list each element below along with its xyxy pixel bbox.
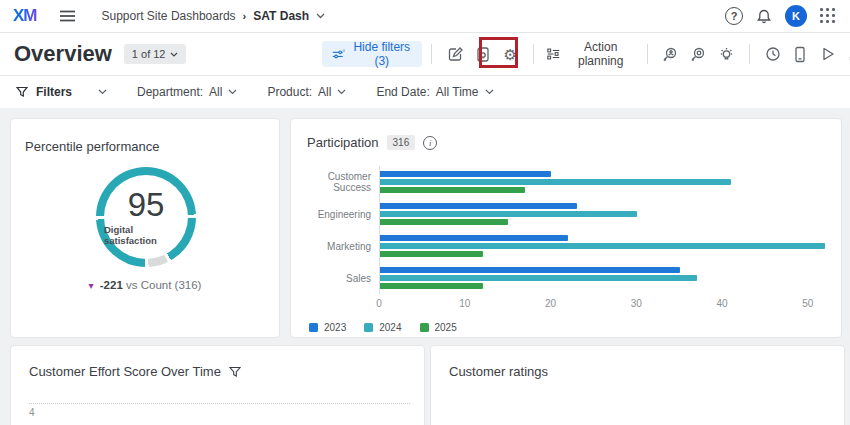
hide-filters-label: Hide filters (3) [351, 40, 412, 68]
y-tick-label: 4 [29, 407, 35, 418]
xm-logo: XM [13, 6, 37, 26]
sliders-icon: 0 [332, 48, 345, 60]
zoom-session-button[interactable] [688, 41, 710, 67]
filter-chip-end-date[interactable]: End Date: All Time [376, 85, 493, 99]
breadcrumb-current[interactable]: SAT Dash [253, 9, 309, 23]
bar-2023[interactable] [380, 171, 551, 177]
participation-card: Participation 316 i Customer SuccessEngi… [290, 118, 842, 338]
filter-chip-department[interactable]: Department: All [137, 85, 237, 99]
gear-icon: ⚙ [504, 47, 517, 62]
legend-item-2023[interactable]: 2023 [309, 322, 346, 333]
chevron-down-icon [485, 89, 494, 95]
toolbar-divider [647, 44, 648, 64]
chart-legend: 202320242025 [309, 322, 825, 333]
ideas-button[interactable] [715, 41, 737, 67]
toolbar-divider [431, 44, 432, 64]
chevron-down-icon [98, 89, 107, 95]
filter-label: Product: [267, 85, 312, 99]
action-planning-label: Action planning [567, 40, 634, 68]
gauge-value: 95 [128, 188, 165, 221]
delta-down-icon: ▾ [89, 280, 94, 291]
hide-filters-button[interactable]: 0 Hide filters (3) [322, 41, 422, 67]
filter-value: All Time [436, 85, 479, 99]
bar-2024[interactable] [380, 275, 697, 281]
page-header: Overview 1 of 12 0 Hide filters (3) ⚙ Ac… [0, 33, 850, 75]
filter-value: All [209, 85, 222, 99]
schedule-button[interactable] [762, 41, 784, 67]
help-icon[interactable]: ? [725, 7, 743, 25]
bar-2025[interactable] [380, 251, 483, 257]
x-tick-label: 30 [631, 298, 642, 309]
page-ideas-button[interactable] [472, 41, 494, 67]
action-planning-button[interactable]: Action planning [547, 40, 634, 68]
lightbulb-icon [719, 46, 734, 63]
action-planning-icon [547, 47, 560, 61]
settings-button[interactable]: ⚙ [500, 41, 522, 67]
bar-2023[interactable] [380, 267, 680, 273]
bar-2023[interactable] [380, 203, 577, 209]
x-tick-label: 0 [376, 298, 382, 309]
zoom-person-button[interactable] [660, 41, 682, 67]
bar-2025[interactable] [380, 283, 483, 289]
toolbar-divider [533, 44, 534, 64]
funnel-icon[interactable] [229, 366, 241, 378]
bar-2024[interactable] [380, 179, 731, 185]
ces-over-time-card: Customer Effort Score Over Time 4 [10, 345, 425, 425]
chevron-down-icon [170, 52, 178, 57]
clock-icon [765, 46, 781, 62]
filter-chip-product[interactable]: Product: All [267, 85, 346, 99]
hamburger-icon[interactable] [59, 9, 76, 23]
toolbar: 0 Hide filters (3) ⚙ Action planning [322, 33, 850, 75]
zoom-person-icon [662, 46, 679, 63]
bar-2024[interactable] [380, 243, 825, 249]
chart-row: Marketing [307, 230, 825, 262]
legend-swatch [364, 323, 373, 332]
mobile-preview-button[interactable] [790, 41, 812, 67]
category-label: Sales [307, 273, 379, 284]
card-title: Participation [307, 135, 379, 150]
play-icon [821, 46, 835, 62]
toolbar-divider [749, 44, 750, 64]
bar-2025[interactable] [380, 219, 508, 225]
present-button[interactable] [817, 41, 839, 67]
mobile-icon [794, 46, 806, 63]
filter-value: All [318, 85, 331, 99]
breadcrumb-parent[interactable]: Support Site Dashboards [102, 9, 236, 23]
chevron-down-icon [228, 89, 237, 95]
delta-context: vs Count (316) [126, 279, 201, 291]
x-tick-label: 10 [459, 298, 470, 309]
edit-icon [447, 46, 464, 63]
gauge-chart: 95 Digital satisfaction [96, 167, 196, 267]
bar-2025[interactable] [380, 187, 525, 193]
export-button[interactable] [845, 41, 850, 67]
filters-dropdown[interactable]: Filters [16, 85, 107, 99]
percentile-performance-card: Percentile performance 95 Digital satisf… [10, 118, 280, 338]
legend-swatch [420, 323, 429, 332]
chart-row: Engineering [307, 198, 825, 230]
filter-label: End Date: [376, 85, 429, 99]
card-title: Customer ratings [449, 364, 548, 379]
legend-item-2024[interactable]: 2024 [364, 322, 401, 333]
bar-2023[interactable] [380, 235, 568, 241]
funnel-icon [16, 86, 28, 98]
page-indicator-dropdown[interactable]: 1 of 12 [124, 44, 187, 64]
top-nav: XM Support Site Dashboards › SAT Dash ? … [0, 0, 850, 33]
avatar[interactable]: K [785, 5, 807, 27]
legend-item-2025[interactable]: 2025 [420, 322, 457, 333]
x-tick-label: 50 [802, 298, 813, 309]
legend-label: 2023 [324, 322, 346, 333]
category-label: Customer Success [307, 171, 379, 193]
chart-row: Sales [307, 262, 825, 294]
card-title: Customer Effort Score Over Time [29, 364, 221, 379]
legend-label: 2024 [379, 322, 401, 333]
bell-icon[interactable] [756, 8, 772, 25]
category-label: Marketing [307, 241, 379, 252]
svg-text:0: 0 [343, 49, 345, 53]
legend-label: 2025 [435, 322, 457, 333]
info-icon[interactable]: i [423, 136, 437, 150]
apps-grid-icon[interactable] [820, 8, 836, 24]
bar-2024[interactable] [380, 211, 637, 217]
edit-dashboard-button[interactable] [444, 41, 466, 67]
delta-row: ▾ -221 vs Count (316) [11, 279, 279, 291]
chevron-down-icon[interactable] [316, 13, 325, 19]
